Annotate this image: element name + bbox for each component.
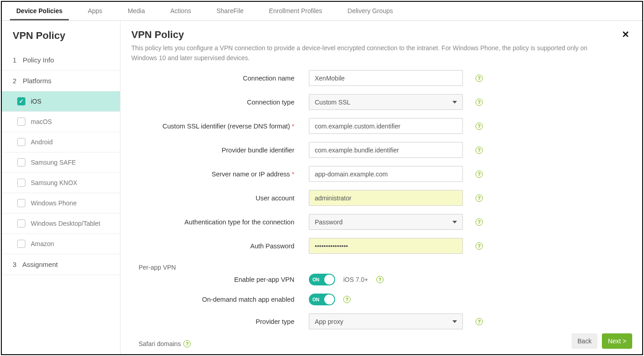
label-connection-type: Connection type	[131, 99, 309, 106]
caret-down-icon	[452, 320, 457, 323]
page-description: This policy lets you configure a VPN con…	[131, 43, 611, 63]
platform-label: Windows Phone	[31, 199, 77, 207]
help-icon[interactable]: ?	[476, 75, 483, 82]
label-custom-ssl: Custom SSL identifier (reverse DNS forma…	[131, 123, 309, 130]
auth-password-input[interactable]	[309, 238, 463, 254]
tab-delivery-groups[interactable]: Delivery Groups	[341, 2, 399, 20]
platform-item-samsung-knox[interactable]: Samsung KNOX	[2, 173, 120, 193]
platform-label: macOS	[31, 118, 52, 125]
select-value: Password	[315, 218, 342, 226]
checkbox-icon	[17, 138, 25, 146]
per-app-vpn-section: Per-app VPN	[131, 262, 632, 274]
checkmark-icon: ✓	[17, 97, 25, 105]
toggle-knob-icon	[324, 275, 334, 285]
platform-item-samsung-safe[interactable]: Samsung SAFE	[2, 152, 120, 173]
platform-item-amazon[interactable]: Amazon	[2, 234, 120, 254]
tab-media[interactable]: Media	[121, 2, 151, 20]
select-value: App proxy	[315, 318, 343, 325]
platform-item-windows-desktop[interactable]: Windows Desktop/Tablet	[2, 214, 120, 234]
top-nav-tabs: Device Policies Apps Media Actions Share…	[2, 2, 642, 21]
provider-type-select[interactable]: App proxy	[309, 313, 463, 329]
safari-domains-section: Safari domains ?	[131, 337, 632, 347]
connection-type-select[interactable]: Custom SSL	[309, 94, 463, 110]
platform-label: Amazon	[31, 240, 54, 247]
platform-list: ✓iOS macOS Android Samsung SAFE Samsung …	[2, 91, 120, 254]
caret-down-icon	[452, 221, 457, 223]
help-icon[interactable]: ?	[343, 296, 351, 303]
step-policy-info[interactable]: 1 Policy Info	[2, 50, 120, 71]
checkbox-icon	[17, 219, 25, 228]
sidebar-title: VPN Policy	[2, 21, 120, 50]
tab-enrollment-profiles[interactable]: Enrollment Profiles	[263, 2, 329, 20]
auth-type-select[interactable]: Password	[309, 214, 463, 230]
checkbox-icon	[17, 240, 25, 248]
platform-item-ios[interactable]: ✓iOS	[2, 91, 120, 112]
back-button[interactable]: Back	[572, 333, 597, 349]
help-icon[interactable]: ?	[476, 171, 483, 178]
platform-item-android[interactable]: Android	[2, 132, 120, 152]
label-auth-password: Auth Password	[131, 242, 309, 250]
label-user-account: User account	[131, 195, 309, 202]
label-enable-per-app: Enable per-app VPN	[131, 276, 309, 283]
platform-label: Samsung KNOX	[31, 179, 77, 186]
platform-label: iOS	[31, 98, 41, 105]
on-demand-toggle[interactable]: ON	[309, 294, 335, 305]
step-label: Policy Info	[23, 56, 54, 64]
checkbox-icon	[17, 158, 25, 166]
platform-item-windows-phone[interactable]: Windows Phone	[2, 193, 120, 214]
connection-name-input[interactable]	[309, 70, 463, 86]
help-icon[interactable]: ?	[476, 218, 483, 226]
server-name-input[interactable]	[309, 166, 463, 182]
main-panel: VPN Policy ✕ This policy lets you config…	[120, 21, 642, 354]
label-provider-bundle: Provider bundle identifier	[131, 147, 309, 154]
tab-actions[interactable]: Actions	[164, 2, 197, 20]
help-icon[interactable]: ?	[476, 242, 483, 250]
label-connection-name: Connection name	[131, 75, 309, 82]
enable-per-app-note: iOS 7.0+	[343, 276, 368, 283]
platform-label: Windows Desktop/Tablet	[31, 220, 100, 227]
next-button[interactable]: Next >	[602, 333, 632, 349]
tab-device-policies[interactable]: Device Policies	[10, 2, 69, 20]
close-icon[interactable]: ✕	[619, 29, 632, 40]
checkbox-icon	[17, 179, 25, 187]
help-icon[interactable]: ?	[476, 99, 483, 106]
platform-item-macos[interactable]: macOS	[2, 112, 120, 132]
checkbox-icon	[17, 199, 25, 207]
toggle-label: ON	[312, 277, 319, 282]
provider-bundle-input[interactable]	[309, 142, 463, 158]
user-account-input[interactable]	[309, 190, 463, 206]
help-icon[interactable]: ?	[183, 340, 191, 347]
label-server-name: Server name or IP address *	[131, 171, 309, 178]
page-title: VPN Policy	[131, 29, 184, 41]
help-icon[interactable]: ?	[476, 318, 483, 325]
label-auth-type: Authentication type for the connection	[131, 218, 309, 226]
help-icon[interactable]: ?	[376, 276, 384, 283]
tab-sharefile[interactable]: ShareFile	[210, 2, 250, 20]
platform-label: Android	[31, 138, 53, 146]
toggle-label: ON	[312, 297, 319, 302]
safari-domains-label: Safari domains	[139, 340, 181, 347]
step-platforms[interactable]: 2 Platforms	[2, 71, 120, 91]
help-icon[interactable]: ?	[476, 195, 483, 202]
help-icon[interactable]: ?	[476, 147, 483, 154]
platform-label: Samsung SAFE	[31, 159, 76, 166]
step-label: Assignment	[22, 261, 58, 268]
sidebar: VPN Policy 1 Policy Info 2 Platforms ✓iO…	[2, 21, 120, 354]
checkbox-icon	[17, 118, 25, 126]
help-icon[interactable]: ?	[476, 123, 483, 130]
label-on-demand: On-demand match app enabled	[131, 296, 309, 303]
step-label: Platforms	[23, 77, 51, 85]
label-provider-type: Provider type	[131, 318, 309, 325]
select-value: Custom SSL	[315, 99, 351, 106]
tab-apps[interactable]: Apps	[82, 2, 109, 20]
caret-down-icon	[452, 101, 457, 104]
custom-ssl-input[interactable]	[309, 118, 463, 134]
step-assignment[interactable]: 3 Assignment	[2, 254, 120, 275]
toggle-knob-icon	[324, 294, 334, 304]
enable-per-app-toggle[interactable]: ON	[309, 274, 335, 285]
footer-buttons: Back Next >	[572, 333, 632, 349]
